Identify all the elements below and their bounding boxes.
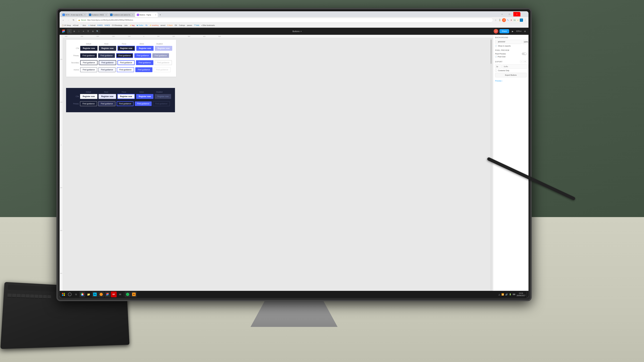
dark-primary-focus-btn[interactable]: Find guidance xyxy=(117,101,134,106)
tab-1-close[interactable]: × xyxy=(84,14,86,16)
taskbar-notifications[interactable]: △ xyxy=(498,293,500,296)
taskbar-input[interactable]: ⌨ xyxy=(513,293,515,296)
bookmark-twitter[interactable]: 🐦 Twitter xyxy=(136,24,144,26)
reload-button[interactable]: ↻ xyxy=(71,18,76,22)
minimize-button[interactable]: ─ xyxy=(498,12,506,16)
cta-active-btn[interactable]: Register now xyxy=(136,46,154,51)
bookmark-nice-2[interactable]: N NICE xyxy=(104,24,111,26)
taskbar-explorer[interactable]: 📁 xyxy=(86,292,92,297)
taskbar-volume[interactable]: 🔊 xyxy=(505,293,508,296)
more-btn[interactable]: ⋮ xyxy=(523,18,527,22)
bookmark-labs[interactable]: Labs xyxy=(123,24,128,26)
browser-tab-1[interactable]: N BETA - A new way to fin... × xyxy=(61,12,87,17)
bg-opacity-input[interactable] xyxy=(522,40,528,44)
user-avatar-chrome[interactable]: J xyxy=(502,18,506,22)
dark-cta-hover-btn[interactable]: Register now xyxy=(98,94,116,99)
export-minus-btn[interactable]: − xyxy=(520,60,523,63)
tool-shape[interactable]: □ xyxy=(76,29,81,33)
inverse-active-btn[interactable]: Find guidance xyxy=(135,67,152,72)
dark-cta-focus-btn[interactable]: Register now xyxy=(117,94,135,99)
pixel-grid-checkbox[interactable]: ✓ xyxy=(495,56,497,58)
inverse-default-btn[interactable]: Find guidance xyxy=(80,67,97,72)
browser-tab-4-active[interactable]: ✦ Buttons - Figma × xyxy=(135,12,158,17)
bg-color-swatch[interactable] xyxy=(495,40,496,44)
canvas-scrollbar-v[interactable] xyxy=(490,38,492,297)
new-tab-button[interactable]: + xyxy=(158,12,162,17)
bookmark-trello[interactable]: T Trello xyxy=(193,24,200,26)
taskbar-network[interactable]: 📶 xyxy=(502,293,504,296)
cortana-btn[interactable]: ○ xyxy=(67,292,73,297)
figma-plugin-btn[interactable]: ⊕ xyxy=(523,29,527,33)
tool-move[interactable]: ↖ xyxy=(67,29,72,33)
cta-focus-btn[interactable]: Register now xyxy=(118,46,135,51)
bookmark-docs[interactable]: 📄 docs xyxy=(80,24,87,26)
taskbar-figma[interactable] xyxy=(104,292,110,297)
bookmark-hotmail[interactable]: 📧 hotmail xyxy=(87,24,96,26)
tool-frame[interactable]: ⊞ xyxy=(72,29,76,33)
taskbar-ai[interactable]: Ai xyxy=(131,292,137,297)
dark-primary-hover-btn[interactable]: Find guidance xyxy=(98,101,115,106)
figma-filename-dropdown[interactable]: ▾ xyxy=(301,30,302,32)
tool-search[interactable]: 🔍 xyxy=(95,29,100,33)
taskbar-mail[interactable]: ✉ xyxy=(117,292,123,297)
secondary-default-btn[interactable]: Find guidance xyxy=(80,60,98,65)
bookmark-nice[interactable]: N NICE xyxy=(96,24,104,26)
taskbar-ps[interactable]: Ps xyxy=(92,292,98,297)
show-in-exports-checkbox[interactable]: ✓ xyxy=(495,45,497,47)
bookmark-ux-setup[interactable]: 📋 UX Setup xyxy=(61,24,72,26)
close-button[interactable]: × xyxy=(513,12,520,16)
history-btn[interactable]: ⌛ xyxy=(498,18,502,22)
forward-button[interactable]: › xyxy=(66,18,70,22)
secondary-hover-btn[interactable]: Find guidance xyxy=(99,60,116,65)
export-plus-btn[interactable]: + xyxy=(524,60,526,63)
dark-cta-default-btn[interactable]: Register now xyxy=(80,94,97,99)
dark-cta-active-btn[interactable]: Register now xyxy=(136,94,154,99)
tab-2-close[interactable]: × xyxy=(106,14,107,16)
inverse-focus-btn[interactable]: Find guidance xyxy=(117,67,134,72)
ext-icon-codrops[interactable]: Co xyxy=(513,18,516,22)
address-bar[interactable]: 🔒 Secure https://www.figma.com/file/QyyQ… xyxy=(76,18,493,22)
tab-4-close[interactable]: × xyxy=(155,14,156,16)
contents-only-checkbox[interactable] xyxy=(495,69,497,71)
ext-icon-2[interactable]: ♥ xyxy=(510,18,513,22)
primary-hover-btn[interactable]: Find guidance xyxy=(98,53,115,58)
bookmark-passes[interactable]: passes xyxy=(186,24,193,26)
bookmark-fb[interactable]: f fb xyxy=(144,24,148,26)
dark-primary-active-btn[interactable]: Find guidance xyxy=(135,101,152,106)
export-format-select[interactable]: PNG SVG PDF xyxy=(528,64,528,69)
bookmark-star[interactable]: ☆ xyxy=(494,18,498,22)
export-buttons-btn[interactable]: Export Buttons xyxy=(495,73,526,77)
dark-primary-default-btn[interactable]: Find guidance xyxy=(80,101,97,106)
bookmark-bug[interactable]: ⚡ bug xyxy=(129,24,135,26)
browser-tab-2[interactable]: N Guidance | NICE × xyxy=(87,12,108,17)
secondary-active-btn[interactable]: Find guidance xyxy=(136,60,153,65)
pixel-preview-toggle[interactable] xyxy=(522,52,526,55)
bookmark-codrops[interactable]: Codrops xyxy=(178,24,186,26)
task-view-btn[interactable]: ⧉ xyxy=(73,292,79,297)
bookmark-bootstrap[interactable]: O O-Bootstrap xyxy=(111,24,123,26)
ext-icon-1[interactable]: 🔧 xyxy=(506,18,510,22)
browser-tab-3[interactable]: N Guidance and advice lin... × xyxy=(108,12,135,17)
secondary-focus-btn[interactable]: Find guidance xyxy=(118,60,135,65)
preview-link[interactable]: Preview › xyxy=(495,80,526,82)
taskbar-rp[interactable]: RP xyxy=(111,292,117,297)
figma-logo-btn[interactable] xyxy=(61,29,66,34)
bg-color-input[interactable] xyxy=(496,40,522,44)
tool-components[interactable]: ⊞ xyxy=(90,29,95,33)
ext-icon-trello[interactable]: T xyxy=(520,18,523,22)
canvas-scrollbar-thumb-v[interactable] xyxy=(490,40,492,64)
ext-icon-3[interactable]: ✓ xyxy=(516,18,520,22)
back-button[interactable]: ‹ xyxy=(61,18,66,22)
tool-pen[interactable]: ✒ xyxy=(81,29,86,33)
figma-present-btn[interactable]: ▶ xyxy=(510,29,515,33)
taskbar-spotify[interactable]: ♪ xyxy=(125,292,130,297)
primary-focus-btn[interactable]: Find guidance xyxy=(116,53,133,58)
inverse-hover-btn[interactable]: Find guidance xyxy=(98,67,115,72)
bookmark-stack[interactable]: S Stack xyxy=(166,24,174,26)
bookmark-on[interactable]: ON xyxy=(174,24,178,26)
primary-default-btn[interactable]: Find guidance xyxy=(80,53,97,58)
cta-hover-btn[interactable]: Register now xyxy=(99,46,116,51)
export-scale-input[interactable] xyxy=(495,64,502,69)
bookmark-smashing[interactable]: ⚡ smashing xyxy=(148,24,159,26)
taskbar-chrome[interactable] xyxy=(80,292,85,297)
